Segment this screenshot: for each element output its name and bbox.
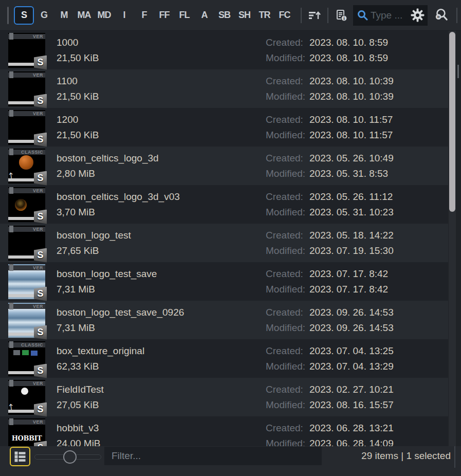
- asset-info: box_texture_original62,33 KiB: [57, 346, 266, 372]
- created-value: 2023. 05. 26. 10:49: [309, 153, 394, 163]
- search-input[interactable]: [370, 10, 411, 21]
- thumbnail-bar: [8, 294, 35, 297]
- advanced-search-button[interactable]: »: [433, 5, 450, 26]
- thumbnail-bar: [8, 410, 35, 413]
- created-label: Created:: [266, 346, 309, 356]
- asset-info: hobbit_v324,00 MiB: [57, 423, 266, 447]
- tab-m[interactable]: M: [54, 6, 74, 25]
- asset-size: 27,05 KiB: [57, 400, 266, 410]
- created-label: Created:: [266, 192, 309, 202]
- s-ribbon-badge: S: [34, 248, 47, 263]
- asset-row[interactable]: CLASSICSbox_texture_original62,33 KiBCre…: [0, 339, 448, 378]
- asset-size: 21,50 KiB: [57, 53, 266, 63]
- asset-thumbnail: VERS: [8, 71, 45, 106]
- created-line: Created:2023. 08. 10. 11:57: [266, 115, 393, 125]
- asset-dates: Created:2023. 09. 26. 14:53Modified:2023…: [266, 307, 394, 333]
- asset-row[interactable]: VERSboston_celtics_logo_3d_v033,70 MiBCr…: [0, 185, 448, 224]
- thumbnail-logo-text: HOBBIT: [8, 434, 45, 442]
- toolbar-separator: [327, 8, 328, 23]
- scrollbar-thumb[interactable]: [449, 32, 455, 212]
- asset-size: 21,50 KiB: [57, 91, 266, 102]
- thumbnail-header-strip: VER: [8, 265, 45, 270]
- asset-row[interactable]: VERSboston_logo_test_save7,31 MiBCreated…: [0, 262, 448, 301]
- toolbar: SGMMAMDIFFFFLASBSHTRFC i: [0, 0, 461, 31]
- tab-ma[interactable]: MA: [74, 6, 94, 25]
- modified-value: 2023. 08. 16. 15:57: [309, 400, 394, 410]
- asset-info: boston_logo_test_save7,31 MiB: [57, 269, 266, 295]
- toolbar-grip-handle[interactable]: [7, 7, 9, 24]
- search-options-gear-icon[interactable]: [411, 8, 425, 22]
- tab-md[interactable]: MD: [94, 6, 114, 25]
- thumbnail-tab: [9, 110, 13, 117]
- tab-sb[interactable]: SB: [214, 6, 234, 25]
- asset-info: boston_celtics_logo_3d2,80 MiB: [57, 153, 266, 179]
- asset-dates: Created:2023. 08. 10. 8:59Modified:2023.…: [266, 38, 388, 63]
- asset-name: box_texture_original: [57, 346, 266, 356]
- tab-s[interactable]: S: [14, 6, 34, 25]
- sort-order-button[interactable]: [306, 5, 323, 26]
- thumbnail-header-strip: VER: [8, 419, 45, 425]
- tab-a[interactable]: A: [194, 6, 214, 25]
- tab-f[interactable]: F: [134, 6, 154, 25]
- created-line: Created:2023. 07. 04. 13:25: [266, 346, 394, 356]
- modified-line: Modified:2023. 08. 10. 11:57: [266, 130, 393, 140]
- thumbnail-bar: [8, 101, 35, 104]
- asset-row[interactable]: VERSboston_logo_test27,65 KiBCreated:202…: [0, 224, 448, 262]
- asset-thumbnail: VERS: [8, 226, 45, 261]
- asset-row[interactable]: VERSboston_logo_test_save_09267,31 MiBCr…: [0, 301, 448, 339]
- created-line: Created:2023. 06. 28. 13:21: [266, 423, 394, 433]
- status-text: 29 items | 1 selected: [361, 450, 451, 462]
- created-line: Created:2023. 05. 26. 10:49: [266, 153, 394, 163]
- created-line: Created:2023. 08. 10. 8:59: [266, 38, 388, 48]
- asset-row[interactable]: VERS100021,50 KiBCreated:2023. 08. 10. 8…: [0, 31, 448, 69]
- asset-name: boston_logo_test_save: [57, 269, 266, 279]
- asset-thumbnail: CLASSIC⤴S: [8, 149, 45, 184]
- asset-name: boston_celtics_logo_3d: [57, 153, 266, 163]
- asset-thumbnail: VERHOBBITS: [8, 418, 45, 447]
- tab-fc[interactable]: FC: [274, 6, 294, 25]
- thumbnail-bar: [8, 255, 35, 259]
- thumbnail-size-slider[interactable]: [34, 451, 101, 463]
- created-label: Created:: [266, 230, 309, 241]
- asset-browser-window: SGMMAMDIFFFFLASBSHTRFC i: [0, 0, 461, 476]
- asset-dates: Created:2023. 08. 10. 11:57Modified:2023…: [266, 115, 393, 140]
- asset-size: 21,50 KiB: [57, 130, 266, 140]
- asset-info: 120021,50 KiB: [57, 115, 266, 140]
- modified-value: 2023. 08. 10. 10:39: [309, 91, 394, 102]
- file-info-button[interactable]: i: [333, 5, 350, 26]
- asset-row[interactable]: VER⤴SFieldIdTest27,05 KiBCreated:2023. 0…: [0, 378, 448, 416]
- outer-scrollbar-thumb[interactable]: [457, 65, 459, 78]
- modified-line: Modified:2023. 09. 26. 14:53: [266, 323, 394, 333]
- asset-row[interactable]: VERS120021,50 KiBCreated:2023. 08. 10. 1…: [0, 108, 448, 147]
- tab-sh[interactable]: SH: [234, 6, 254, 25]
- asset-name: FieldIdTest: [57, 385, 266, 395]
- modified-label: Modified:: [266, 246, 309, 256]
- asset-list: VERS100021,50 KiBCreated:2023. 08. 10. 8…: [0, 31, 448, 446]
- svg-text:i: i: [343, 15, 345, 21]
- modified-line: Modified:2023. 08. 10. 8:59: [266, 53, 388, 63]
- asset-thumbnail: VERS: [8, 303, 45, 338]
- asset-row[interactable]: VERS110021,50 KiBCreated:2023. 08. 10. 1…: [0, 69, 448, 108]
- asset-dates: Created:2023. 07. 04. 13:25Modified:2023…: [266, 346, 394, 372]
- thumbnail-header-strip: VER: [8, 227, 45, 232]
- filter-input[interactable]: [104, 447, 322, 465]
- asset-thumbnail: VERS: [8, 187, 45, 222]
- tab-tr[interactable]: TR: [254, 6, 274, 25]
- created-value: 2023. 05. 18. 14:22: [309, 230, 394, 241]
- asset-info: 100021,50 KiB: [57, 38, 266, 63]
- slider-thumb[interactable]: [63, 450, 77, 464]
- thumbnail-header-strip: VER: [8, 34, 45, 39]
- asset-row[interactable]: CLASSIC⤴Sboston_celtics_logo_3d2,80 MiBC…: [0, 147, 448, 185]
- tab-fl[interactable]: FL: [174, 6, 194, 25]
- modified-label: Modified:: [266, 130, 309, 140]
- tab-g[interactable]: G: [34, 6, 54, 25]
- tab-i[interactable]: I: [114, 6, 134, 25]
- list-view-toggle-button[interactable]: [10, 447, 30, 466]
- asset-row[interactable]: VERHOBBITShobbit_v324,00 MiBCreated:2023…: [0, 416, 448, 446]
- created-line: Created:2023. 08. 10. 10:39: [266, 76, 394, 86]
- thumbnail-tab: [9, 71, 13, 78]
- tab-ff[interactable]: FF: [154, 6, 174, 25]
- asset-name: boston_logo_test_save_0926: [57, 307, 266, 318]
- file-info-icon: i: [334, 8, 348, 23]
- search-icon: [356, 9, 370, 22]
